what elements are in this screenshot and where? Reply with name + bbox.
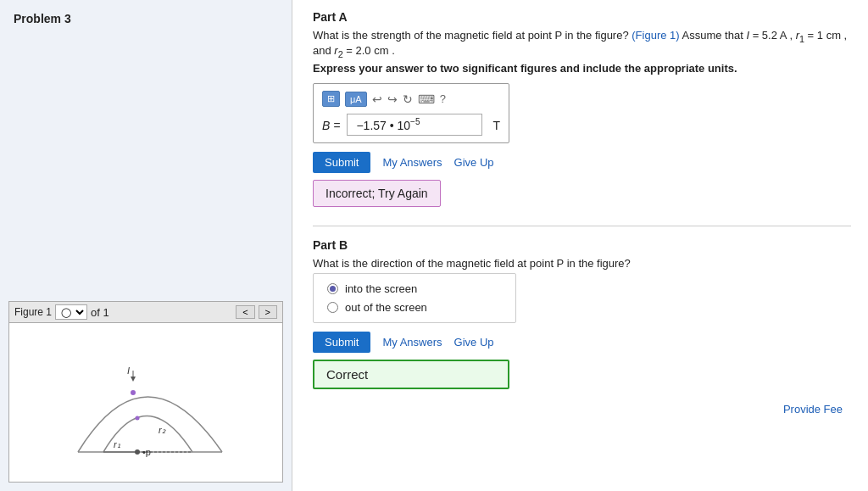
part-b-my-answers-button[interactable]: My Answers <box>382 336 442 349</box>
part-a-instruction: Express your answer to two significant f… <box>313 62 851 75</box>
figure-next-button[interactable]: > <box>259 305 277 319</box>
part-b-give-up-button[interactable]: Give Up <box>454 336 494 349</box>
figure-select[interactable]: ◯ <box>55 304 87 320</box>
provide-feedback-link[interactable]: Provide Fee <box>783 403 843 416</box>
fraction-icon: ⊞ <box>327 93 335 104</box>
figure-of-label: of 1 <box>91 306 109 319</box>
part-b: Part B What is the direction of the magn… <box>313 238 851 396</box>
mu-icon: μA <box>350 94 362 104</box>
refresh-icon[interactable]: ↻ <box>403 92 413 106</box>
right-panel: Part A What is the strength of the magne… <box>292 0 868 491</box>
svg-text:r₂: r₂ <box>159 425 166 435</box>
part-b-submit-button[interactable]: Submit <box>313 332 370 353</box>
svg-text:I: I <box>127 365 130 376</box>
figure-header: Figure 1 ◯ of 1 < > <box>9 302 282 323</box>
figure-prev-button[interactable]: < <box>236 305 254 319</box>
part-a-actions: Submit My Answers Give Up <box>313 152 851 173</box>
option-into-screen[interactable]: into the screen <box>327 282 502 295</box>
radio-into-screen[interactable] <box>327 283 338 294</box>
part-a-submit-button[interactable]: Submit <box>313 152 370 173</box>
keyboard-icon[interactable]: ⌨ <box>418 92 435 106</box>
math-value-box[interactable]: −1.57 • 10−5 <box>347 114 482 136</box>
math-toolbar: ⊞ μA ↩ ↪ ↻ ⌨ ? <box>322 91 500 107</box>
svg-text:r₁: r₁ <box>114 439 120 449</box>
figure-svg: r₁ r₂ •p I <box>53 333 239 469</box>
provide-feedback: Provide Fee <box>313 403 851 416</box>
math-unit: T <box>492 119 500 132</box>
fraction-button[interactable]: ⊞ <box>322 91 340 107</box>
undo-icon[interactable]: ↩ <box>372 92 382 106</box>
part-b-label: Part B <box>313 238 851 252</box>
part-divider <box>313 226 851 226</box>
help-icon[interactable]: ? <box>440 92 446 105</box>
svg-point-5 <box>135 449 140 455</box>
svg-point-9 <box>131 390 136 395</box>
option-out-of-screen[interactable]: out of the screen <box>327 301 502 314</box>
math-input-row: B = −1.57 • 10−5 T <box>322 114 500 136</box>
part-a-incorrect-banner: Incorrect; Try Again <box>313 180 441 207</box>
option-into-screen-label: into the screen <box>345 282 417 295</box>
redo-icon[interactable]: ↪ <box>387 92 398 106</box>
figure-box: Figure 1 ◯ of 1 < > r₁ <box>8 301 283 483</box>
part-a-question-text: What is the strength of the magnetic fie… <box>313 29 629 42</box>
problem-label: Problem 3 <box>0 0 292 34</box>
option-out-of-screen-label: out of the screen <box>345 301 427 314</box>
part-a-label: Part A <box>313 10 851 24</box>
part-b-question: What is the direction of the magnetic fi… <box>313 257 851 270</box>
figure-content: r₁ r₂ •p I <box>9 323 282 479</box>
mu-button[interactable]: μA <box>345 92 367 107</box>
math-value: −1.57 • 10−5 <box>356 117 420 132</box>
part-b-actions: Submit My Answers Give Up <box>313 332 851 353</box>
svg-text:•p: •p <box>142 447 151 457</box>
figure-nav: < > <box>236 305 277 319</box>
math-b-label: B = <box>322 119 340 132</box>
svg-point-10 <box>136 416 140 421</box>
left-panel: Problem 3 Figure 1 ◯ of 1 < > <box>0 0 292 491</box>
part-a-give-up-button[interactable]: Give Up <box>454 156 494 169</box>
figure-title: Figure 1 <box>14 306 52 318</box>
part-a-my-answers-button[interactable]: My Answers <box>382 156 442 169</box>
radio-out-of-screen[interactable] <box>327 302 338 313</box>
part-a-question: What is the strength of the magnetic fie… <box>313 29 851 59</box>
part-b-correct-banner: Correct <box>313 360 509 389</box>
math-input-container: ⊞ μA ↩ ↪ ↻ ⌨ ? B = −1.57 • 10−5 T <box>313 83 509 143</box>
part-b-options-box: into the screen out of the screen <box>313 273 516 323</box>
figure-link[interactable]: (Figure 1) <box>632 29 679 42</box>
part-a: Part A What is the strength of the magne… <box>313 10 851 214</box>
